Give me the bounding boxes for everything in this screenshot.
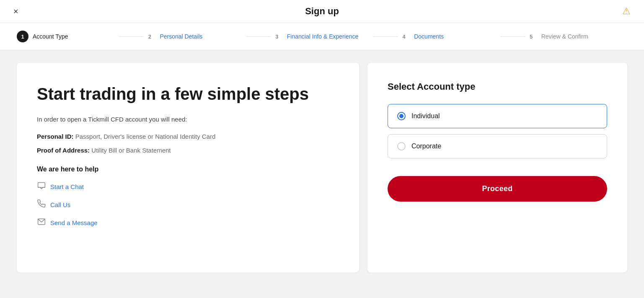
phone-icon bbox=[37, 200, 46, 210]
steps-bar: 1 Account Type 2 Personal Details 3 Fina… bbox=[0, 23, 644, 50]
step-2: 2 Personal Details bbox=[144, 31, 246, 42]
main-content: Start trading in a few simple steps In o… bbox=[0, 50, 644, 285]
left-heading: Start trading in a few simple steps bbox=[37, 84, 339, 104]
send-message-label: Send a Message bbox=[50, 219, 98, 226]
step-4-number: 4 bbox=[398, 31, 410, 42]
option-individual[interactable]: Individual bbox=[388, 104, 607, 128]
header: × Sign up ⚠ bbox=[0, 0, 644, 23]
step-divider-2 bbox=[246, 36, 271, 37]
step-1: 1 Account Type bbox=[17, 31, 119, 42]
requirement-address-value: Utility Bill or Bank Statement bbox=[91, 147, 171, 154]
option-individual-label: Individual bbox=[411, 112, 440, 120]
svg-rect-0 bbox=[38, 183, 45, 188]
help-heading: We are here to help bbox=[37, 166, 339, 173]
step-divider-1 bbox=[119, 36, 144, 37]
requirement-id: Personal ID: Passport, Driver's license … bbox=[37, 133, 339, 140]
left-description: In order to open a Tickmill CFD account … bbox=[37, 116, 339, 123]
proceed-button[interactable]: Proceed bbox=[388, 176, 607, 202]
select-account-title: Select Account type bbox=[388, 81, 607, 92]
start-chat-link[interactable]: Start a Chat bbox=[37, 181, 339, 192]
step-1-number: 1 bbox=[17, 31, 28, 42]
radio-corporate-circle bbox=[397, 142, 406, 150]
requirement-address-label: Proof of Address: bbox=[37, 147, 90, 154]
left-panel: Start trading in a few simple steps In o… bbox=[17, 63, 359, 272]
chat-icon bbox=[37, 181, 46, 192]
mail-icon bbox=[37, 218, 46, 228]
call-us-label: Call Us bbox=[50, 201, 70, 208]
call-us-link[interactable]: Call Us bbox=[37, 200, 339, 210]
option-corporate-label: Corporate bbox=[411, 143, 441, 150]
step-5-number: 5 bbox=[525, 31, 537, 42]
step-5: 5 Review & Confirm bbox=[525, 31, 627, 42]
requirement-id-value: Passport, Driver's license or National I… bbox=[75, 133, 216, 140]
send-message-link[interactable]: Send a Message bbox=[37, 218, 339, 228]
step-3-number: 3 bbox=[271, 31, 283, 42]
requirement-address: Proof of Address: Utility Bill or Bank S… bbox=[37, 147, 339, 154]
radio-individual-circle bbox=[397, 112, 406, 120]
step-divider-4 bbox=[500, 36, 525, 37]
step-1-label: Account Type bbox=[33, 33, 68, 40]
step-3-label: Financial Info & Experience bbox=[287, 33, 358, 40]
step-4: 4 Documents bbox=[398, 31, 500, 42]
page-title: Sign up bbox=[305, 6, 339, 17]
step-2-label: Personal Details bbox=[160, 33, 202, 40]
step-5-label: Review & Confirm bbox=[541, 33, 588, 40]
step-divider-3 bbox=[373, 36, 398, 37]
option-corporate[interactable]: Corporate bbox=[388, 134, 607, 158]
close-button[interactable]: × bbox=[13, 7, 18, 16]
start-chat-label: Start a Chat bbox=[50, 183, 84, 190]
requirement-id-label: Personal ID: bbox=[37, 133, 74, 140]
step-3: 3 Financial Info & Experience bbox=[271, 31, 373, 42]
right-panel: Select Account type Individual Corporate… bbox=[367, 63, 627, 272]
alert-icon: ⚠ bbox=[622, 6, 631, 17]
step-2-number: 2 bbox=[144, 31, 155, 42]
step-4-label: Documents bbox=[414, 33, 444, 40]
radio-individual-inner bbox=[399, 114, 403, 118]
